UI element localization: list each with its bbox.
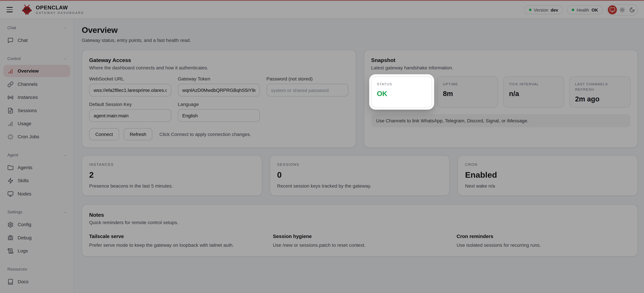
password-label: Password (not stored): [266, 76, 348, 81]
sidebar-item-agents[interactable]: Agents: [3, 161, 70, 174]
sidebar-item-sessions[interactable]: Sessions: [3, 104, 70, 116]
note-session-hygiene-title: Session hygiene: [273, 234, 447, 239]
tick-interval-tile: TICK INTERVAL n/a: [503, 76, 564, 108]
language-label: Language: [178, 102, 260, 107]
sidebar-item-label: Cron Jobs: [18, 134, 39, 139]
sessions-stat-card: SESSIONS 0 Recent session keys tracked b…: [270, 155, 450, 196]
websocket-url-field: WebSocket URL: [89, 76, 171, 97]
note-session-hygiene: Session hygiene Use /new or sessions.pat…: [273, 234, 447, 247]
file-icon: [8, 107, 14, 113]
sidebar-item-label: Logs: [18, 248, 28, 253]
sidebar-item-skills[interactable]: Skills: [3, 175, 70, 187]
note-cron-reminders-description: Use isolated sessions for recurring runs…: [456, 243, 630, 247]
form-grid-spacer: [266, 102, 348, 122]
sidebar-item-usage[interactable]: Usage: [3, 117, 70, 130]
bar-chart-icon: [8, 68, 14, 74]
status-tile-label: STATUS: [377, 82, 426, 87]
cron-label: CRON: [465, 163, 630, 167]
monitor-icon: [610, 7, 615, 12]
sidebar-item-nodes[interactable]: Nodes: [3, 188, 70, 200]
folder-icon: [8, 164, 14, 171]
openclaw-logo-icon: [21, 4, 32, 15]
sidebar-item-instances[interactable]: Instances: [3, 91, 70, 103]
menu-toggle-button[interactable]: [6, 5, 16, 14]
uptime-tile: UPTIME 8m: [437, 76, 498, 108]
last-channels-refresh-tile: LAST CHANNELS REFRESH 2m ago: [569, 76, 630, 108]
websocket-url-input[interactable]: [89, 84, 171, 97]
instances-label: INSTANCES: [89, 163, 254, 167]
sidebar-item-label: Instances: [18, 95, 38, 100]
app-subtitle: GATEWAY DASHBOARD: [36, 11, 84, 14]
bar-chart-icon: [8, 120, 14, 127]
theme-system-button[interactable]: [608, 5, 617, 14]
session-key-field: Default Session Key: [89, 102, 171, 122]
note-cron-reminders-title: Cron reminders: [456, 234, 630, 239]
section-label: Resources: [8, 267, 27, 271]
sidebar-item-channels[interactable]: Channels: [3, 78, 70, 90]
sidebar-item-debug[interactable]: Debug: [3, 232, 70, 244]
book-icon: [8, 279, 14, 285]
health-badge: Health OK: [567, 5, 603, 14]
session-key-input[interactable]: [89, 109, 171, 122]
theme-dark-button[interactable]: [628, 5, 636, 14]
snapshot-subtitle: Latest gateway handshake information.: [371, 65, 630, 70]
sidebar-item-cron-jobs[interactable]: Cron Jobs: [3, 131, 70, 143]
refresh-button[interactable]: Refresh: [124, 128, 152, 140]
sidebar-item-docs[interactable]: Docs: [3, 276, 70, 288]
tick-interval-tile-label: TICK INTERVAL: [509, 82, 559, 87]
sidebar-item-label: Config: [18, 222, 31, 227]
sidebar-item-config[interactable]: Config: [3, 218, 70, 231]
sidebar-section-resources[interactable]: Resources: [3, 267, 70, 271]
collapse-icon[interactable]: –: [64, 56, 66, 61]
header-actions: Version dev Health OK: [524, 4, 638, 15]
collapse-icon[interactable]: –: [64, 25, 66, 30]
gear-icon: [8, 221, 14, 228]
health-status-dot: [572, 8, 574, 11]
collapse-icon[interactable]: –: [64, 153, 66, 157]
sidebar-section-settings[interactable]: Settings –: [3, 210, 70, 214]
gateway-access-subtitle: Where the dashboard connects and how it …: [89, 65, 348, 70]
gateway-token-field: Gateway Token: [178, 76, 260, 97]
version-value: dev: [551, 7, 558, 12]
cron-description: Next wake n/a: [465, 184, 630, 188]
sidebar-item-chat[interactable]: Chat: [3, 34, 70, 46]
header: OPENCLAW GATEWAY DASHBOARD Version dev H…: [0, 1, 644, 19]
sidebar-item-overview[interactable]: Overview: [3, 65, 70, 77]
theme-light-button[interactable]: [618, 5, 627, 14]
sidebar-item-label: Agents: [18, 165, 32, 170]
sidebar-section-control[interactable]: Control –: [3, 56, 70, 61]
theme-toggle: [606, 4, 638, 15]
uptime-tile-label: UPTIME: [443, 82, 492, 87]
sessions-description: Recent session keys tracked by the gatew…: [277, 184, 442, 188]
gateway-token-input[interactable]: [178, 84, 260, 97]
note-tailscale: Tailscale serve Prefer serve mode to kee…: [89, 234, 263, 247]
notes-card: Notes Quick reminders for remote control…: [82, 205, 638, 257]
scroll-icon: [8, 248, 14, 254]
password-input[interactable]: [266, 84, 348, 97]
link-icon: [8, 81, 14, 87]
sidebar-item-label: Nodes: [18, 191, 31, 196]
collapse-icon[interactable]: –: [64, 210, 66, 214]
language-select[interactable]: English: [178, 109, 260, 122]
connect-button[interactable]: Connect: [89, 128, 119, 140]
moon-icon: [629, 7, 635, 12]
session-key-label: Default Session Key: [89, 102, 171, 107]
uptime-tile-value: 8m: [443, 90, 492, 98]
sidebar-item-label: Channels: [18, 82, 38, 86]
note-tailscale-title: Tailscale serve: [89, 234, 263, 239]
version-badge: Version dev: [524, 5, 563, 14]
sidebar-item-label: Debug: [18, 235, 32, 240]
brand: OPENCLAW GATEWAY DASHBOARD: [21, 4, 84, 15]
sidebar-section-agent[interactable]: Agent –: [3, 153, 70, 157]
sidebar-item-logs[interactable]: Logs: [3, 245, 70, 257]
page-subtitle: Gateway status, entry points, and a fast…: [82, 38, 638, 42]
language-selected-value: English: [182, 113, 198, 118]
section-label: Settings: [8, 210, 22, 214]
sidebar-section-chat[interactable]: Chat –: [3, 25, 70, 30]
sidebar-item-label: Overview: [18, 68, 38, 73]
connect-help-text: Click Connect to apply connection change…: [160, 132, 251, 137]
sidebar: Chat – Chat Control – Overview Channels: [0, 19, 74, 293]
note-tailscale-description: Prefer serve mode to keep the gateway on…: [89, 243, 263, 247]
radio-icon: [8, 94, 14, 100]
section-label: Agent: [8, 153, 18, 157]
